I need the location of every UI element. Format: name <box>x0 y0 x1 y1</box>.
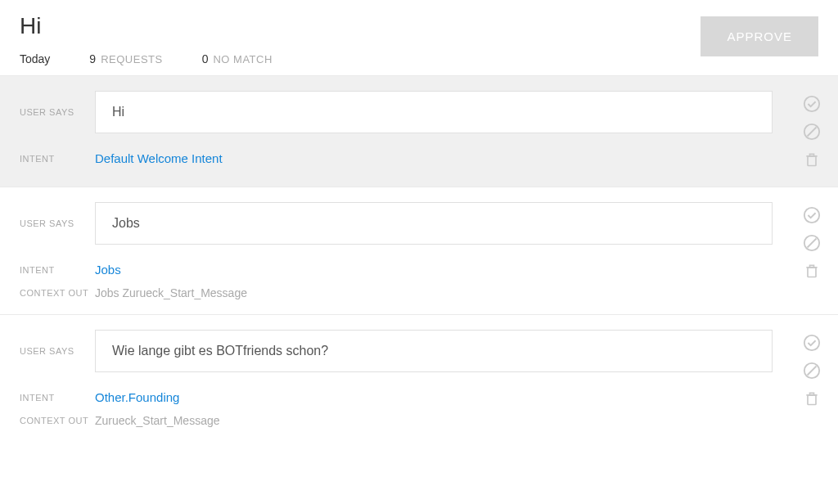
svg-point-6 <box>804 335 819 350</box>
user-says-row: USER SAYS Jobs <box>20 202 818 245</box>
delete-icon[interactable] <box>802 150 822 169</box>
approve-icon[interactable] <box>802 94 822 114</box>
reject-icon[interactable] <box>802 122 822 142</box>
intent-label: INTENT <box>20 154 95 164</box>
record-actions <box>802 333 822 408</box>
user-says-label: USER SAYS <box>20 218 95 228</box>
approve-button[interactable]: APPROVE <box>701 16 818 56</box>
training-record: USER SAYS Jobs INTENT Jobs CONTEXT OUT J… <box>0 187 838 314</box>
record-actions <box>802 205 822 281</box>
stat-requests: 9 REQUESTS <box>89 52 162 65</box>
context-row: CONTEXT OUT Zurueck_Start_Message <box>20 414 818 427</box>
stats-row: Today 9 REQUESTS 0 NO MATCH <box>20 52 273 65</box>
training-record: USER SAYS Wie lange gibt es BOTfriends s… <box>0 314 838 442</box>
intent-label: INTENT <box>20 393 95 403</box>
user-says-row: USER SAYS Hi <box>20 91 818 133</box>
user-says-input[interactable]: Hi <box>95 91 773 133</box>
intent-label: INTENT <box>20 265 95 275</box>
reject-icon[interactable] <box>802 233 822 253</box>
context-out-label: CONTEXT OUT <box>20 288 95 298</box>
header-left: Hi Today 9 REQUESTS 0 NO MATCH <box>20 13 273 65</box>
intent-link[interactable]: Other.Founding <box>95 390 179 404</box>
svg-line-2 <box>808 128 817 137</box>
approve-icon[interactable] <box>802 205 822 225</box>
requests-count: 9 <box>89 52 96 65</box>
context-out-label: CONTEXT OUT <box>20 416 95 425</box>
user-says-input[interactable]: Jobs <box>95 202 773 245</box>
svg-line-8 <box>808 367 817 376</box>
delete-icon[interactable] <box>802 261 822 281</box>
nomatch-label: NO MATCH <box>213 53 272 65</box>
stat-today: Today <box>20 52 50 65</box>
approve-icon[interactable] <box>802 333 822 353</box>
delete-icon[interactable] <box>802 389 822 408</box>
context-out-value: Zurueck_Start_Message <box>95 414 220 427</box>
user-says-row: USER SAYS Wie lange gibt es BOTfriends s… <box>20 330 818 372</box>
intent-link[interactable]: Jobs <box>95 263 121 277</box>
page-title: Hi <box>20 13 273 39</box>
page-header: Hi Today 9 REQUESTS 0 NO MATCH APPROVE <box>0 0 838 75</box>
requests-label: REQUESTS <box>101 53 163 65</box>
intent-row: INTENT Other.Founding <box>20 390 818 404</box>
user-says-label: USER SAYS <box>20 107 95 117</box>
reject-icon[interactable] <box>802 361 822 380</box>
intent-link[interactable]: Default Welcome Intent <box>95 151 223 165</box>
intent-row: INTENT Jobs <box>20 263 818 277</box>
intent-row: INTENT Default Welcome Intent <box>20 151 818 165</box>
svg-point-3 <box>804 208 819 223</box>
svg-point-0 <box>804 97 819 111</box>
user-says-input[interactable]: Wie lange gibt es BOTfriends schon? <box>95 330 773 372</box>
stat-nomatch: 0 NO MATCH <box>202 52 273 65</box>
svg-line-5 <box>808 239 817 248</box>
user-says-label: USER SAYS <box>20 346 95 356</box>
training-record: USER SAYS Hi INTENT Default Welcome Inte… <box>0 75 838 187</box>
nomatch-count: 0 <box>202 52 209 65</box>
context-row: CONTEXT OUT Jobs Zurueck_Start_Message <box>20 286 818 299</box>
record-actions <box>802 94 822 169</box>
context-out-value: Jobs Zurueck_Start_Message <box>95 286 247 299</box>
